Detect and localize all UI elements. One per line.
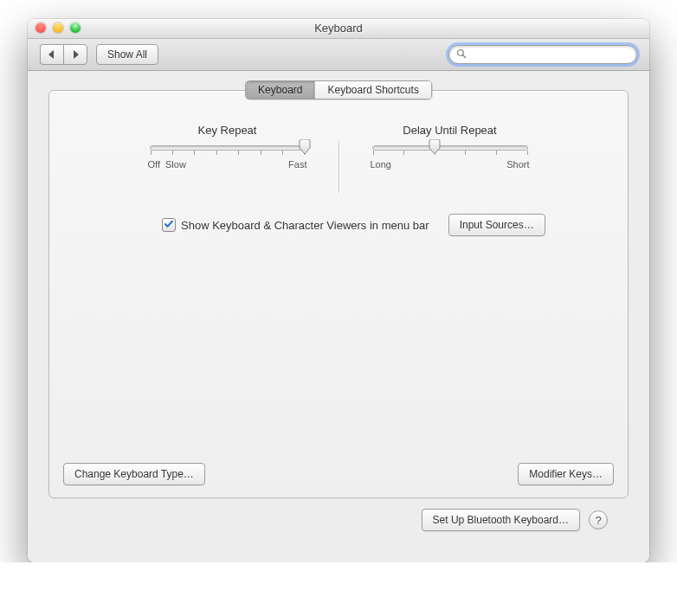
forward-button[interactable]	[63, 44, 87, 65]
show-viewers-label: Show Keyboard & Character Viewers in men…	[181, 219, 429, 232]
modifier-keys-button[interactable]: Modifier Keys…	[518, 463, 614, 485]
change-keyboard-type-label: Change Keyboard Type…	[74, 468, 194, 480]
toolbar: Show All	[28, 39, 649, 71]
panel: Keyboard Keyboard Shortcuts Key Repeat O…	[48, 90, 629, 498]
tab-shortcuts[interactable]: Keyboard Shortcuts	[315, 81, 430, 99]
delay-long-label: Long	[371, 159, 391, 170]
bluetooth-keyboard-button[interactable]: Set Up Bluetooth Keyboard…	[422, 509, 580, 531]
chevron-right-icon	[72, 48, 79, 61]
bluetooth-keyboard-label: Set Up Bluetooth Keyboard…	[433, 514, 569, 526]
key-repeat-slider[interactable]	[150, 145, 306, 151]
search-icon	[456, 48, 467, 61]
modifier-keys-label: Modifier Keys…	[529, 468, 603, 480]
key-repeat-slider-box: Key Repeat Off Slow Fast	[141, 124, 314, 193]
delay-scale: Long Short	[371, 159, 530, 170]
input-sources-label: Input Sources…	[460, 219, 534, 231]
svg-line-1	[463, 55, 466, 57]
show-all-label: Show All	[107, 48, 147, 61]
tab-shortcuts-label: Keyboard Shortcuts	[327, 84, 418, 96]
help-icon: ?	[595, 514, 601, 527]
key-repeat-label: Key Repeat	[141, 124, 314, 137]
slider-divider	[338, 141, 339, 193]
sliders-row: Key Repeat Off Slow Fast Delay Until Rep…	[49, 124, 628, 193]
show-viewers-checkbox[interactable]	[162, 218, 176, 232]
delay-slider-box: Delay Until Repeat Long Short	[364, 124, 537, 193]
footer: Set Up Bluetooth Keyboard… ?	[48, 498, 629, 547]
input-sources-button[interactable]: Input Sources…	[448, 214, 545, 236]
key-repeat-scale: Off Slow Fast	[148, 159, 307, 170]
checkmark-icon	[164, 219, 174, 232]
key-repeat-slow-label: Slow	[165, 159, 186, 170]
tab-keyboard[interactable]: Keyboard	[246, 81, 315, 99]
delay-slider[interactable]	[372, 145, 528, 151]
preference-pane: Keyboard Keyboard Shortcuts Key Repeat O…	[28, 71, 649, 562]
tab-keyboard-label: Keyboard	[258, 84, 302, 96]
nav-buttons	[40, 44, 87, 65]
search-field[interactable]	[448, 45, 637, 64]
help-button[interactable]: ?	[589, 510, 608, 529]
chevron-left-icon	[48, 48, 55, 61]
show-all-button[interactable]: Show All	[96, 44, 158, 65]
titlebar: Keyboard	[28, 19, 649, 39]
delay-short-label: Short	[506, 159, 529, 170]
tab-bar: Keyboard Keyboard Shortcuts	[245, 80, 432, 99]
search-input[interactable]	[472, 48, 629, 61]
key-repeat-fast-label: Fast	[288, 159, 306, 170]
key-repeat-off-label: Off	[148, 159, 160, 170]
checkbox-row: Show Keyboard & Character Viewers in men…	[162, 214, 628, 236]
delay-label: Delay Until Repeat	[364, 124, 537, 137]
back-button[interactable]	[40, 44, 63, 65]
panel-bottom-buttons: Change Keyboard Type… Modifier Keys…	[63, 463, 614, 485]
change-keyboard-type-button[interactable]: Change Keyboard Type…	[63, 463, 205, 485]
window-title: Keyboard	[28, 22, 649, 35]
window: Keyboard Show All Keyboard	[28, 19, 649, 562]
